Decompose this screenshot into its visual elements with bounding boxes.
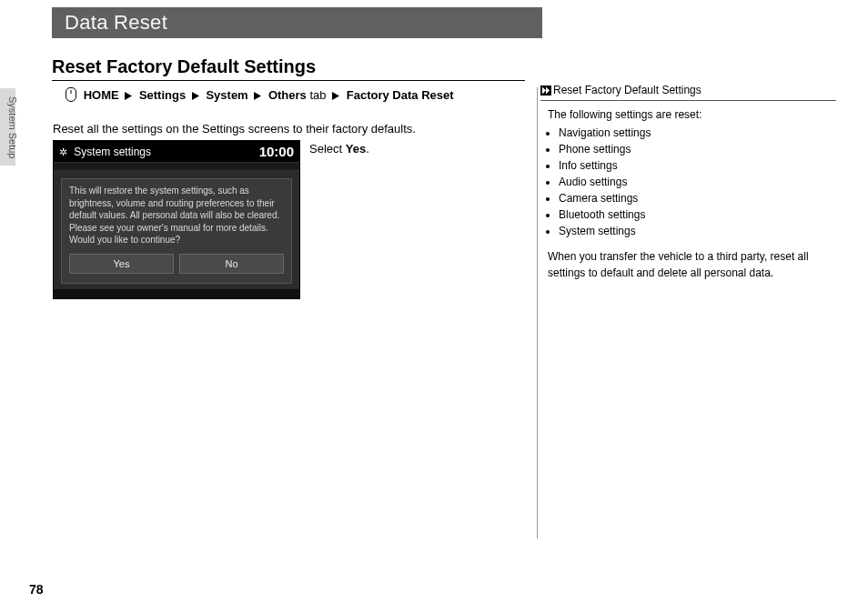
chevron-right-icon — [332, 88, 340, 102]
sidebar-list: Navigation settings Phone settings Info … — [548, 125, 836, 239]
dialog-message: This will restore the system settings, s… — [69, 185, 284, 246]
instruction-bold: Yes — [346, 142, 366, 156]
svg-marker-0 — [125, 92, 132, 100]
reference-icon — [540, 85, 551, 98]
yes-button[interactable]: Yes — [69, 254, 174, 275]
screenshot: ✲ System settings 10:00 This will restor… — [53, 140, 300, 299]
chevron-right-icon — [254, 88, 262, 102]
screenshot-time: 10:00 — [259, 144, 294, 159]
bc-factory: Factory Data Reset — [347, 88, 454, 102]
instruction-prefix: Select — [309, 142, 346, 156]
chevron-right-icon — [192, 88, 200, 102]
screenshot-tabbar — [54, 162, 299, 171]
bc-others-suffix-text: tab — [309, 88, 326, 102]
bc-system: System — [206, 88, 247, 102]
chevron-right-icon — [125, 88, 133, 102]
svg-marker-1 — [192, 92, 199, 100]
list-item: Info settings — [559, 157, 836, 174]
list-item: Navigation settings — [559, 125, 836, 141]
screenshot-dialog: This will restore the system settings, s… — [61, 178, 292, 284]
svg-marker-3 — [332, 92, 339, 100]
instruction-suffix: . — [366, 142, 369, 156]
screenshot-body: This will restore the system settings, s… — [54, 171, 299, 289]
list-item: Audio settings — [559, 174, 836, 190]
side-label: System Setup — [7, 96, 18, 158]
breadcrumb: HOME Settings System Others tab Factory … — [66, 87, 454, 102]
list-item: Camera settings — [559, 190, 836, 206]
section-title: Reset Factory Default Settings — [52, 56, 525, 77]
sidebar-note: When you transfer the vehicle to a third… — [548, 248, 836, 281]
list-item: Bluetooth settings — [559, 206, 836, 223]
vertical-rule — [537, 87, 538, 538]
sidebar: Reset Factory Default Settings The follo… — [540, 84, 836, 281]
no-button[interactable]: No — [179, 254, 284, 275]
list-item: System settings — [559, 223, 836, 239]
sidebar-heading-row: Reset Factory Default Settings — [540, 84, 836, 101]
bc-home: HOME — [84, 88, 119, 102]
svg-marker-2 — [254, 92, 261, 100]
sidebar-body: The following settings are reset: Naviga… — [540, 106, 836, 281]
mouse-icon — [66, 87, 76, 102]
screenshot-footer — [54, 289, 299, 298]
list-item: Phone settings — [559, 141, 836, 157]
page-number: 78 — [29, 582, 44, 597]
chapter-banner: Data Reset — [52, 7, 542, 38]
screenshot-header-label: System settings — [74, 146, 151, 158]
sidebar-heading: Reset Factory Default Settings — [553, 84, 701, 96]
gear-icon: ✲ — [59, 146, 67, 158]
section-hr — [52, 80, 525, 81]
sidebar-lead: The following settings are reset: — [548, 106, 836, 123]
instruction: Select Yes. — [309, 142, 369, 156]
bc-others: Others — [268, 88, 307, 102]
screenshot-header: ✲ System settings 10:00 — [54, 141, 299, 162]
bc-settings: Settings — [139, 88, 186, 102]
intro-text: Reset all the settings on the Settings s… — [53, 122, 416, 136]
